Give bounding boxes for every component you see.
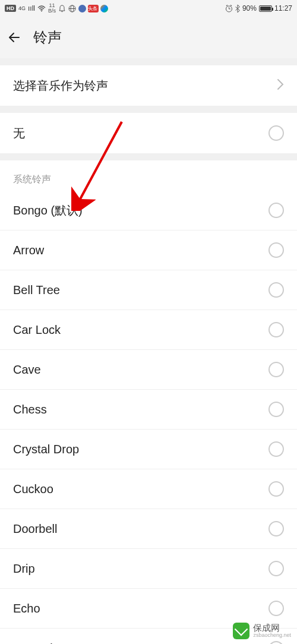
- ringtone-bell-tree[interactable]: Bell Tree: [0, 270, 297, 310]
- ringtone-label: Echo: [13, 602, 40, 615]
- alarm-icon: [225, 5, 233, 12]
- clock: 11:27: [274, 4, 292, 12]
- bluetooth-icon: [235, 5, 240, 12]
- ringtone-label: Arrow: [13, 244, 44, 257]
- radio-icon: [268, 203, 284, 218]
- ringtone-list: Bongo (默认) Arrow Bell Tree Car Lock Cave…: [0, 191, 297, 644]
- notification-icon: [58, 5, 66, 12]
- none-row[interactable]: 无: [0, 113, 297, 153]
- back-button[interactable]: [6, 29, 24, 46]
- radio-icon: [268, 362, 284, 377]
- radio-icon: [268, 282, 284, 298]
- radio-icon: [268, 125, 284, 141]
- system-ringtones-section: 系统铃声 Bongo (默认) Arrow Bell Tree Car Lock…: [0, 160, 297, 644]
- ringtone-car-lock[interactable]: Car Lock: [0, 310, 297, 350]
- battery-icon: [259, 5, 272, 12]
- ringtone-label: Cave: [13, 363, 41, 377]
- watermark-url: zsbaocheng.net: [253, 633, 291, 639]
- ringtone-label: Bongo (默认): [13, 203, 83, 219]
- back-arrow-icon: [7, 30, 23, 45]
- radio-icon: [268, 561, 284, 576]
- svg-line-8: [230, 5, 232, 6]
- ringtone-label: Crystal Drop: [13, 443, 79, 456]
- radio-icon: [268, 242, 284, 258]
- page-title: 铃声: [33, 28, 62, 47]
- radio-icon: [268, 322, 284, 337]
- select-music-row[interactable]: 选择音乐作为铃声: [0, 65, 297, 106]
- speed-icon: 11 B/s: [48, 3, 56, 14]
- battery-pct: 90%: [242, 4, 257, 12]
- ringtone-label: Fountain: [13, 642, 59, 644]
- none-label: 无: [13, 125, 25, 141]
- radio-icon: [268, 521, 284, 536]
- status-left: HD 4G ııll 11 B/s 头条: [5, 3, 108, 14]
- wifi-icon: [37, 5, 46, 12]
- ringtone-chess[interactable]: Chess: [0, 390, 297, 430]
- app-icons: 头条: [78, 5, 108, 12]
- section-title: 系统铃声: [0, 160, 297, 191]
- radio-icon: [268, 441, 284, 457]
- radio-icon: [268, 402, 284, 417]
- radio-icon: [268, 641, 284, 645]
- ringtone-bongo[interactable]: Bongo (默认): [0, 191, 297, 231]
- ringtone-cuckoo[interactable]: Cuckoo: [0, 469, 297, 509]
- status-right: 90% 11:27: [225, 4, 292, 12]
- watermark-title: 保成网: [253, 623, 291, 633]
- network-icon: 4G: [18, 5, 26, 11]
- ringtone-crystal-drop[interactable]: Crystal Drop: [0, 430, 297, 469]
- select-music-label: 选择音乐作为铃声: [13, 78, 108, 94]
- hd-icon: HD: [5, 5, 16, 12]
- ringtone-label: Car Lock: [13, 323, 61, 337]
- chevron-right-icon: [277, 78, 284, 93]
- ringtone-label: Drip: [13, 562, 35, 576]
- ringtone-label: Doorbell: [13, 522, 57, 536]
- header: 铃声: [0, 17, 297, 58]
- ringtone-arrow[interactable]: Arrow: [0, 231, 297, 270]
- watermark: 保成网 zsbaocheng.net: [233, 623, 291, 639]
- radio-icon: [268, 601, 284, 616]
- svg-point-0: [41, 10, 42, 11]
- ringtone-cave[interactable]: Cave: [0, 350, 297, 390]
- svg-line-7: [226, 5, 228, 6]
- ringtone-label: Bell Tree: [13, 283, 60, 297]
- ringtone-drip[interactable]: Drip: [0, 549, 297, 589]
- signal-icon: ııll: [28, 4, 35, 12]
- radio-icon: [268, 481, 284, 497]
- globe-icon: [68, 5, 76, 12]
- ringtone-label: Cuckoo: [13, 482, 53, 496]
- watermark-logo-icon: [233, 623, 249, 639]
- ringtone-doorbell[interactable]: Doorbell: [0, 509, 297, 549]
- ringtone-label: Chess: [13, 403, 47, 416]
- status-bar: HD 4G ııll 11 B/s 头条 90% 11:27: [0, 0, 297, 17]
